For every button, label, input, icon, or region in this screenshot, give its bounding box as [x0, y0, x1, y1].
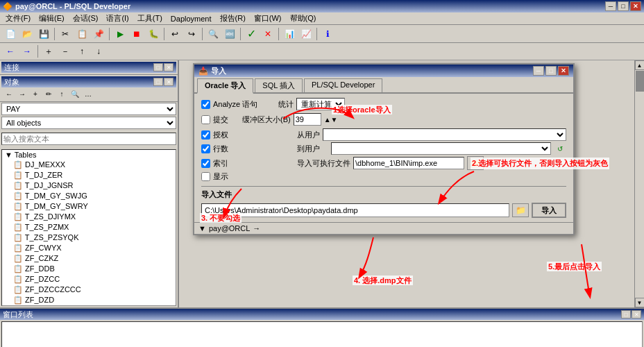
obj-fwd-btn[interactable]: →	[16, 88, 28, 99]
tree-item[interactable]: 📋 T_DM_GY_SWRY	[2, 201, 176, 212]
tree-item[interactable]: 📋 ZF_DDB	[2, 264, 176, 274]
obj-more-btn[interactable]: …	[82, 88, 94, 99]
tree-item[interactable]: 📋 T_ZS_PZMX	[2, 222, 176, 232]
menu-file[interactable]: 文件(F)	[1, 12, 35, 24]
tab-plsql-developer[interactable]: PL/SQL Developer	[304, 78, 382, 92]
menu-session[interactable]: 会话(S)	[69, 12, 103, 24]
stats-select[interactable]: 重新计算	[296, 98, 345, 110]
obj-search-btn[interactable]: 🔍	[69, 88, 81, 99]
tree-item[interactable]: 📋 T_DJ_ZER	[2, 170, 176, 180]
obj-up-btn[interactable]: ↑	[56, 88, 68, 99]
menu-deployment[interactable]: Daployment	[167, 14, 216, 24]
to-user-select[interactable]	[331, 142, 551, 155]
toolbar-rollback[interactable]: ✕	[260, 27, 276, 41]
tree-item[interactable]: 📋 ZF_DZCC	[2, 274, 176, 285]
filter-select[interactable]: All objects	[1, 117, 176, 129]
tree-item[interactable]: 📋 ZF_DZDMX	[2, 305, 176, 306]
toolbar-commit[interactable]: ✓	[244, 27, 259, 41]
object-tree[interactable]: ▼ Tables 📋 DJ_MEXXX 📋 T_DJ_ZER 📋 T_DJ_JG…	[1, 149, 176, 306]
from-user-select[interactable]	[323, 128, 566, 141]
schema-select[interactable]: PAY	[1, 103, 176, 115]
scroll-thumb[interactable]	[636, 71, 644, 92]
commit-checkbox[interactable]	[201, 115, 210, 124]
dialog-maximize-btn[interactable]: □	[545, 66, 557, 76]
grants-checkbox[interactable]	[201, 130, 210, 139]
toolbar-redo[interactable]: ↪	[184, 27, 199, 41]
toolbar-search[interactable]: 🔍	[205, 27, 221, 41]
toolbar-open[interactable]: 📂	[19, 27, 35, 41]
dialog-close-btn[interactable]: ✕	[558, 66, 569, 76]
toolbar2-back[interactable]: ←	[3, 44, 18, 58]
toolbar-autotrace[interactable]: 📈	[298, 27, 314, 41]
tree-item[interactable]: 📋 ZF_CWYX	[2, 243, 176, 253]
tree-item[interactable]: 📋 T_ZS_DJIYMX	[2, 212, 176, 222]
right-scrollbar[interactable]: ▲ ▼	[634, 60, 644, 307]
file-path-input[interactable]	[201, 203, 509, 217]
buffer-spinner[interactable]: ▲▼	[324, 116, 338, 124]
toolbar-run[interactable]: ▶	[112, 27, 128, 41]
close-button[interactable]: ✕	[630, 1, 641, 11]
tree-item[interactable]: 📋 T_DJ_JGNSR	[2, 180, 176, 191]
minimize-button[interactable]: ─	[605, 1, 616, 11]
close-section-btn[interactable]: ✕	[164, 63, 173, 71]
menu-language[interactable]: 语言(I)	[102, 12, 133, 24]
exec-file-input[interactable]	[353, 157, 464, 169]
display-checkbox[interactable]	[201, 172, 210, 181]
float-btn[interactable]: □	[153, 63, 163, 71]
objects-section: 对象 □ ✕ ← → + ✏ ↑ 🔍 …	[0, 75, 178, 102]
bottom-float-btn[interactable]: □	[621, 310, 631, 319]
rows-checkbox[interactable]	[201, 144, 210, 153]
toolbar-debug[interactable]: 🐛	[146, 27, 161, 41]
menu-window[interactable]: 窗口(W)	[250, 12, 286, 24]
from-user-row: 从用户	[297, 128, 566, 141]
obj-edit-btn[interactable]: ✏	[42, 88, 55, 99]
toolbar2-remove[interactable]: －	[58, 44, 73, 58]
toolbar-save[interactable]: 💾	[36, 27, 51, 41]
toolbar-stop[interactable]: ⏹	[129, 27, 144, 41]
toolbar-copy[interactable]: 📋	[74, 27, 90, 41]
tree-item[interactable]: 📋 T_DM_GY_SWJG	[2, 191, 176, 201]
exec-file-row: 导入可执行文件 📁	[297, 156, 566, 170]
obj-add-btn[interactable]: +	[29, 88, 42, 99]
tree-item[interactable]: 📋 DJ_MEXXX	[2, 160, 176, 170]
menu-report[interactable]: 报告(R)	[216, 12, 250, 24]
search-input[interactable]	[1, 133, 176, 145]
tree-item[interactable]: 📋 T_ZS_PZSYQK	[2, 232, 176, 243]
maximize-button[interactable]: □	[618, 1, 629, 11]
toolbar-paste[interactable]: 📌	[91, 27, 106, 41]
exec-browse-btn[interactable]: 📁	[467, 156, 484, 170]
toolbar2-up[interactable]: ↑	[74, 44, 90, 58]
tab-sql-insert[interactable]: SQL 插入	[255, 78, 303, 92]
buffer-input[interactable]	[294, 113, 321, 126]
toolbar-info[interactable]: ℹ	[320, 27, 335, 41]
tab-oracle-import[interactable]: Oracle 导入	[197, 78, 253, 94]
dialog-minimize-btn[interactable]: ─	[533, 66, 544, 76]
menu-help[interactable]: 帮助(Q)	[286, 12, 321, 24]
tree-tables-group[interactable]: ▼ Tables	[2, 150, 176, 160]
toolbar2-down[interactable]: ↓	[91, 44, 106, 58]
toolbar2-forward[interactable]: →	[19, 44, 35, 58]
toolbar2-add[interactable]: ＋	[41, 44, 56, 58]
file-browse-btn[interactable]: 📁	[512, 203, 529, 217]
import-button[interactable]: 导入	[532, 203, 566, 218]
toolbar-explain[interactable]: 📊	[282, 27, 297, 41]
tree-item[interactable]: 📋 ZF_CZKZ	[2, 253, 176, 264]
objects-float-btn[interactable]: □	[153, 78, 163, 86]
refresh-btn[interactable]: ↺	[554, 143, 566, 154]
menu-edit[interactable]: 编辑(E)	[35, 12, 69, 24]
tree-item[interactable]: 📋 ZF_DZD	[2, 295, 176, 305]
obj-back-btn[interactable]: ←	[3, 88, 15, 99]
toolbar-cut[interactable]: ✂	[58, 27, 73, 41]
bottom-close-btn[interactable]: ✕	[632, 310, 641, 319]
scroll-down-btn[interactable]: ▼	[635, 298, 645, 307]
menu-tools[interactable]: 工具(T)	[133, 12, 167, 24]
dialog-content: Analyze 语句 统计 重新计算 提交	[194, 94, 573, 222]
toolbar-format[interactable]: 🔤	[222, 27, 237, 41]
objects-close-btn[interactable]: ✕	[164, 78, 173, 86]
indexes-checkbox[interactable]	[201, 159, 210, 168]
tree-item[interactable]: 📋 ZF_DZCCZCCC	[2, 285, 176, 295]
analyze-checkbox[interactable]	[201, 100, 210, 109]
toolbar-new[interactable]: 📄	[3, 27, 18, 41]
toolbar-undo[interactable]: ↩	[167, 27, 183, 41]
scroll-up-btn[interactable]: ▲	[635, 60, 645, 70]
